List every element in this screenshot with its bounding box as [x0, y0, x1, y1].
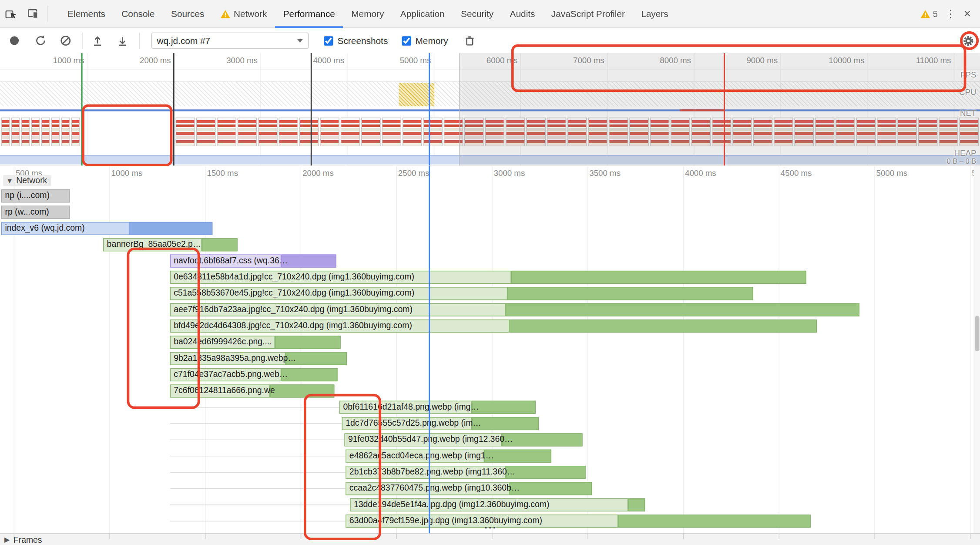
network-request-row[interactable]: aee7f916db7a23aa.jpg!cc_710x240.dpg (img… [0, 303, 980, 317]
overview-unselected-region[interactable] [460, 53, 980, 166]
tab-audits[interactable]: Audits [502, 0, 543, 28]
network-request-row[interactable]: c51a558b53670e45.jpg!cc_710x240.dpg (img… [0, 287, 980, 301]
tab-performance[interactable]: Performance [275, 0, 343, 28]
request-bar[interactable]: e4862ac5acd04eca.png.webp (img1… [346, 450, 551, 463]
console-warning-badge[interactable]: 5 [920, 9, 938, 19]
screenshot-thumbnail[interactable] [361, 118, 381, 146]
tab-javascript-profiler[interactable]: JavaScript Profiler [543, 0, 633, 28]
request-bar[interactable]: 91fe032d40b55d47.png.webp (img12.360… [344, 433, 582, 446]
more-options-icon[interactable]: ⋮ [945, 7, 956, 20]
screenshot-thumbnail[interactable] [41, 118, 50, 146]
tab-memory[interactable]: Memory [343, 0, 393, 28]
screenshots-toggle[interactable]: Screenshots [324, 36, 388, 46]
request-bar[interactable]: rp (w...com) [1, 206, 70, 219]
network-request-row[interactable]: 13dde194de5e1f4a.jpg.dpg (img12.360buyim… [0, 498, 980, 512]
tab-security[interactable]: Security [453, 0, 502, 28]
screenshot-thumbnail[interactable] [238, 118, 257, 146]
network-request-row[interactable]: 91fe032d40b55d47.png.webp (img12.360… [0, 433, 980, 447]
network-request-row[interactable]: e4862ac5acd04eca.png.webp (img1… [0, 450, 980, 464]
chevron-down-icon [297, 39, 303, 43]
request-bar[interactable]: 1dc7d76555c57d25.png.webp (im… [342, 417, 539, 430]
request-bar[interactable]: c51a558b53670e45.jpg!cc_710x240.dpg (img… [170, 287, 753, 300]
request-bar[interactable]: ba024ed6f999426c.png.... [170, 336, 341, 349]
screenshot-thumbnail[interactable] [1, 118, 10, 146]
tab-label: Memory [351, 9, 384, 19]
capture-settings-gear-icon[interactable] [963, 35, 974, 47]
network-request-row[interactable]: bannerBg_85aa05e2.p… [0, 238, 980, 252]
request-bar[interactable]: 7c6f06124811a666.png.we [170, 384, 335, 397]
screenshot-thumbnail[interactable] [71, 118, 80, 146]
screenshot-thumbnail[interactable] [11, 118, 20, 146]
screenshots-checkbox[interactable] [324, 36, 333, 46]
request-bar[interactable]: c71f04e37ac7acb5.png.web… [170, 368, 338, 381]
request-bar[interactable]: 0e634811e58b4a1d.jpg!cc_710x240.dpg (img… [170, 271, 806, 284]
toolbar-divider [139, 33, 140, 49]
screenshot-thumbnail[interactable] [423, 118, 443, 146]
screenshot-thumbnail[interactable] [299, 118, 319, 146]
network-request-row[interactable]: 2b1cb373b8b7be82.png.webp (img11.360… [0, 466, 980, 480]
screenshot-thumbnail[interactable] [382, 118, 402, 146]
request-bar[interactable]: navfoot.6bf68af7.css (wq.36… [170, 255, 336, 268]
request-bar[interactable]: 13dde194de5e1f4a.jpg.dpg (img12.360buyim… [350, 498, 645, 511]
network-request-row[interactable]: navfoot.6bf68af7.css (wq.36… [0, 255, 980, 269]
network-section-header[interactable]: ▼ Network [3, 175, 51, 186]
screenshot-thumbnail[interactable] [61, 118, 70, 146]
frames-section-header[interactable]: ▶ Frames [0, 533, 980, 545]
network-request-row[interactable]: index_v6 (wq.jd.com) [0, 222, 980, 236]
device-toolbar-icon[interactable] [23, 4, 45, 24]
request-bar[interactable]: bfd49e2dc4d64308.jpg!cc_710x240.dpg (img… [170, 320, 817, 333]
tab-layers[interactable]: Layers [633, 0, 677, 28]
network-request-row[interactable]: bfd49e2dc4d64308.jpg!cc_710x240.dpg (img… [0, 320, 980, 333]
inspect-element-icon[interactable] [0, 4, 23, 24]
request-bar[interactable]: 0bf611616d21af48.png.webp (img… [339, 401, 536, 414]
screenshot-thumbnail[interactable] [320, 118, 339, 146]
tab-console[interactable]: Console [114, 0, 163, 28]
request-bar[interactable]: aee7f916db7a23aa.jpg!cc_710x240.dpg (img… [170, 303, 859, 316]
screenshot-thumbnail[interactable] [217, 118, 236, 146]
screenshot-thumbnail[interactable] [279, 118, 299, 146]
network-request-row[interactable]: 0e634811e58b4a1d.jpg!cc_710x240.dpg (img… [0, 271, 980, 285]
network-request-row[interactable]: np (i....com) [0, 189, 980, 203]
screenshot-thumbnail[interactable] [176, 118, 195, 146]
profile-history-select[interactable]: wq.jd.com #7 [151, 33, 309, 49]
clear-recording-button[interactable] [60, 35, 71, 46]
close-devtools-icon[interactable]: ✕ [963, 8, 971, 20]
request-bar[interactable]: 63d00a4f79cf159e.jpg.dpg (img13.360buyim… [346, 515, 811, 528]
request-bar[interactable]: 2b1cb373b8b7be82.png.webp (img11.360… [346, 466, 586, 479]
save-profile-button[interactable] [117, 35, 128, 46]
network-request-row[interactable]: ccaa2c4837760475.png.webp (img10.360b… [0, 482, 980, 496]
request-bar[interactable]: bannerBg_85aa05e2.p… [103, 238, 238, 251]
request-bar[interactable]: np (i....com) [1, 189, 70, 202]
scrollbar-thumb[interactable] [975, 316, 980, 351]
load-profile-button[interactable] [92, 35, 103, 46]
memory-checkbox[interactable] [402, 36, 411, 46]
network-request-row[interactable]: ba024ed6f999426c.png.... [0, 336, 980, 350]
vertical-scrollbar[interactable] [974, 166, 980, 533]
screenshot-thumbnail[interactable] [31, 118, 40, 146]
screenshot-thumbnail[interactable] [21, 118, 30, 146]
network-request-row[interactable]: 9b2a1835a98a395a.png.webp… [0, 352, 980, 366]
tab-sources[interactable]: Sources [163, 0, 212, 28]
screenshot-thumbnail[interactable] [258, 118, 278, 146]
network-request-row[interactable]: 0bf611616d21af48.png.webp (img… [0, 401, 980, 415]
request-bar[interactable]: index_v6 (wq.jd.com) [1, 222, 212, 235]
network-request-row[interactable]: 7c6f06124811a666.png.we [0, 384, 980, 398]
tab-network[interactable]: Network [212, 0, 275, 28]
network-request-row[interactable]: c71f04e37ac7acb5.png.web… [0, 368, 980, 382]
reload-and-profile-button[interactable] [35, 35, 46, 46]
screenshot-thumbnail[interactable] [403, 118, 422, 146]
record-button[interactable] [10, 36, 19, 45]
screenshot-thumbnail[interactable] [196, 118, 216, 146]
screenshot-thumbnail[interactable] [51, 118, 60, 146]
network-request-row[interactable]: 1dc7d76555c57d25.png.webp (im… [0, 417, 980, 431]
tab-elements[interactable]: Elements [59, 0, 113, 28]
flame-chart[interactable]: 500 ms1000 ms1500 ms2000 ms2500 ms3000 m… [0, 166, 980, 533]
garbage-collect-button[interactable] [464, 35, 475, 46]
screenshot-thumbnail[interactable] [341, 118, 360, 146]
tab-application[interactable]: Application [392, 0, 453, 28]
timeline-overview[interactable]: 1000 ms2000 ms3000 ms4000 ms5000 ms6000 … [0, 53, 980, 166]
request-bar[interactable]: ccaa2c4837760475.png.webp (img10.360b… [346, 482, 592, 495]
request-bar[interactable]: 9b2a1835a98a395a.png.webp… [170, 352, 347, 365]
memory-toggle[interactable]: Memory [402, 36, 448, 46]
network-request-row[interactable]: rp (w...com) [0, 206, 980, 220]
